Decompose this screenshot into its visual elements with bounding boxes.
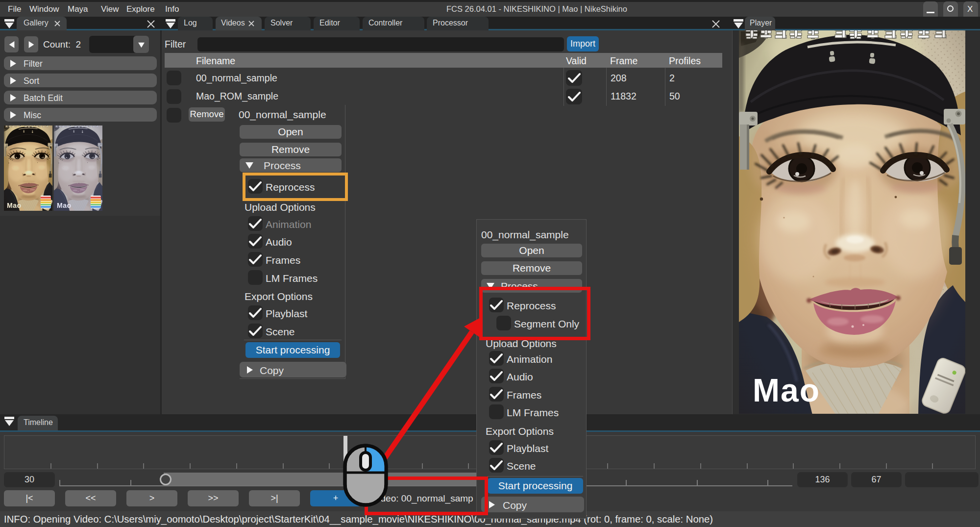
svg-text:Mao: Mao [753, 372, 820, 408]
